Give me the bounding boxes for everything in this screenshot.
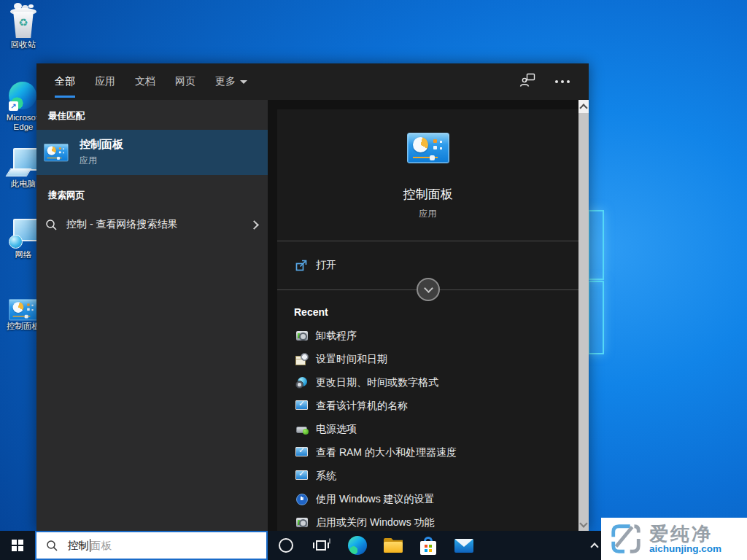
divider [277, 289, 578, 290]
search-filter-tabs: 全部 应用 文档 网页 更多 [36, 63, 589, 100]
tab-more[interactable]: 更多 [215, 63, 247, 100]
result-title: 控制面板 [80, 138, 123, 152]
search-flyout-panel: 全部 应用 文档 网页 更多 最佳匹配 [36, 63, 589, 531]
recent-item-computer-name[interactable]: 查看该计算机的名称 [277, 394, 578, 418]
taskbar-button-mail[interactable] [449, 531, 479, 560]
watermark: 爱纯净 aichunjing.com [601, 518, 747, 560]
chevron-up-icon [590, 542, 598, 551]
shortcut-arrow-icon: ↗ [9, 101, 18, 111]
desktop-icon-recycle-bin[interactable]: ♻ 回收站 [0, 4, 47, 50]
store-icon [420, 537, 436, 555]
power-options-icon [295, 423, 309, 436]
recycle-bin-icon: ♻ [10, 4, 36, 38]
edge-icon [348, 536, 367, 555]
recent-item-windows-features[interactable]: 启用或关闭 Windows 功能 [277, 511, 578, 531]
search-typed-text: 控制 [68, 539, 89, 553]
open-window-icon [295, 260, 307, 271]
chevron-down-icon [579, 519, 587, 527]
recent-item-windows-recommended[interactable]: 使用 Windows 建议的设置 [277, 488, 578, 511]
recent-item-ram-processor[interactable]: 查看 RAM 的大小和处理器速度 [277, 441, 578, 464]
open-label: 打开 [316, 259, 336, 272]
best-match-result-control-panel[interactable]: 控制面板 应用 [36, 130, 268, 175]
computer-icon [295, 400, 309, 413]
search-icon [45, 219, 58, 231]
result-subtitle: 应用 [80, 155, 123, 167]
control-panel-icon [44, 144, 68, 161]
screen: ♻ 回收站 ↗ Microsoft Edge 此电脑 网络 控制面板 全部 应用… [0, 0, 747, 560]
preview-title: 控制面板 [403, 186, 453, 203]
more-options-icon[interactable] [555, 80, 558, 83]
preview-subtitle: 应用 [419, 208, 437, 220]
search-results-area: 最佳匹配 控制面板 应用 搜索网页 控制 - 查看网 [36, 100, 589, 531]
aichunjing-logo-icon [609, 522, 643, 556]
chevron-down-icon [424, 284, 433, 293]
search-suggestion-text: 面板 [90, 539, 112, 553]
recent-item-power-options[interactable]: 电源选项 [277, 418, 578, 441]
web-search-result[interactable]: 控制 - 查看网络搜索结果 [36, 209, 268, 240]
tab-all[interactable]: 全部 [55, 63, 75, 100]
web-search-query: 控制 - 查看网络搜索结果 [66, 218, 177, 231]
installed-programs-icon [295, 330, 309, 343]
installed-programs-icon [295, 516, 309, 529]
recent-item-change-formats[interactable]: 更改日期、时间或数字格式 [277, 371, 578, 394]
windows-logo-icon [12, 540, 23, 551]
start-button[interactable] [0, 531, 35, 560]
chevron-right-icon [249, 220, 259, 230]
recent-item-uninstall-program[interactable]: 卸载程序 [277, 324, 578, 348]
this-pc-icon [8, 148, 39, 177]
recent-header: Recent [294, 306, 578, 318]
control-panel-icon-large [407, 133, 449, 163]
wallpaper-window-pane [588, 210, 604, 280]
tab-web[interactable]: 网页 [175, 63, 196, 100]
preview-pane: 控制面板 应用 打开 Recent 卸载程序 [277, 109, 578, 531]
panel-divider-gap [268, 100, 277, 531]
chevron-down-icon [240, 80, 247, 84]
computer-icon [295, 446, 309, 459]
cortana-icon [279, 538, 293, 553]
date-time-icon [295, 353, 309, 366]
region-format-icon [295, 376, 309, 389]
recent-item-set-time-date[interactable]: 设置时间和日期 [277, 348, 578, 371]
best-match-header: 最佳匹配 [36, 107, 268, 130]
tab-documents[interactable]: 文档 [135, 63, 155, 100]
task-view-icon [316, 540, 326, 551]
edge-icon: ↗ [9, 82, 38, 111]
web-search-header: 搜索网页 [36, 187, 268, 209]
search-icon [46, 540, 58, 552]
taskbar-button-task-view[interactable] [306, 531, 336, 560]
user-account-icon[interactable] [519, 73, 535, 90]
taskbar-button-store[interactable] [414, 531, 443, 560]
taskbar-search-input[interactable]: 控制 面板 [35, 531, 268, 560]
network-icon [8, 219, 39, 248]
recent-item-system[interactable]: 系统 [277, 464, 578, 488]
taskbar-button-file-explorer[interactable] [379, 531, 408, 560]
wallpaper-window-pane [588, 281, 604, 354]
settings-clock-icon [295, 493, 309, 506]
tab-apps[interactable]: 应用 [95, 63, 115, 100]
watermark-brand-name: 爱纯净 [649, 524, 721, 544]
chevron-up-icon [579, 104, 587, 112]
watermark-brand-domain: aichunjing.com [649, 544, 721, 554]
scroll-up-button[interactable] [578, 100, 589, 113]
mail-icon [454, 539, 473, 553]
scroll-down-button[interactable] [578, 518, 589, 531]
taskbar-button-edge[interactable] [343, 531, 372, 560]
computer-icon [295, 470, 309, 483]
control-panel-icon [9, 299, 38, 319]
taskbar-button-cortana[interactable] [271, 531, 301, 560]
expand-results-button[interactable] [417, 278, 440, 301]
folder-icon [384, 538, 403, 553]
desktop-icon-label: 回收站 [0, 40, 47, 50]
scrollbar[interactable] [578, 100, 589, 531]
results-list: 最佳匹配 控制面板 应用 搜索网页 控制 - 查看网 [36, 100, 268, 531]
